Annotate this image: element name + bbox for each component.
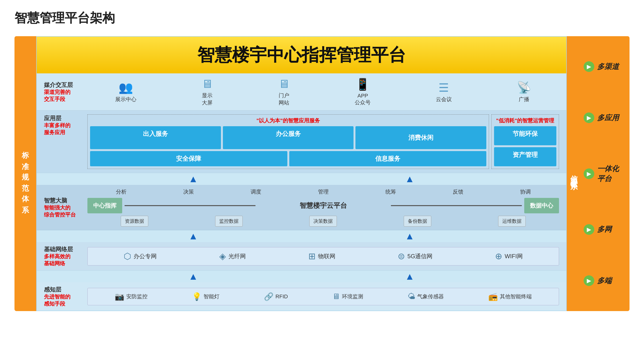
brain-data-ops: 运维数据 xyxy=(498,216,526,227)
arrow-row-2: ▲ ▲ xyxy=(37,230,566,242)
network-label-title: 基础网络层 xyxy=(44,245,82,253)
low-consumption-section: "低消耗"的智慧运营管理 节能环保 资产管理 xyxy=(492,114,559,169)
brain-cloud-label: 智慧楼宇云平台 xyxy=(258,201,389,210)
right-item-multinet: ▶ 多网 xyxy=(584,224,627,235)
right-vert-label: 信息安全体系 xyxy=(567,36,581,311)
brain-layer: 智慧大脑 智能强大的 综合管控平台 分析 决策 调度 管理 统筹 反馈 协调 中… xyxy=(37,185,566,230)
app-label-title: 应用层 xyxy=(44,114,82,122)
multiapp-label: 多应用 xyxy=(597,113,619,123)
app-label: APP公众号 xyxy=(355,93,371,106)
multinet-icon: ▶ xyxy=(584,224,594,235)
sensor-label-sub: 先进智能的 感知手段 xyxy=(44,294,82,307)
app-btn-row1: 出入服务 办公服务 消费休闲 xyxy=(90,126,486,149)
multiend-icon: ▶ xyxy=(584,275,594,286)
fiber-label: 光纤网 xyxy=(228,252,246,260)
human-centric-title: "以人为本"的智慧应用服务 xyxy=(90,117,486,124)
brain-item-sync: 协调 xyxy=(520,188,531,195)
brain-line-left xyxy=(124,205,256,206)
portal-icon: 🖥 xyxy=(278,77,290,90)
brain-center-content: 分析 决策 调度 管理 统筹 反馈 协调 中心指挥 智慧楼宇云平台 数据中心 xyxy=(88,188,559,227)
multichannel-icon: ▶ xyxy=(584,61,594,72)
fiber-icon: ◈ xyxy=(219,251,226,261)
multinet-label: 多网 xyxy=(597,224,612,234)
app-content: "以人为本"的智慧应用服务 出入服务 办公服务 消费休闲 安全保障 信息服务 xyxy=(88,114,559,169)
network-wifi: ⊕ WIFI网 xyxy=(495,251,523,261)
up-arrow-3-left: ▲ xyxy=(188,271,198,282)
app-layer: 应用层 丰富多样的 服务应用 "以人为本"的智慧应用服务 出入服务 办公服务 消… xyxy=(37,110,566,173)
network-layer-label: 基础网络层 多样高效的 基础网络 xyxy=(44,245,82,267)
portal-label: 门户网站 xyxy=(279,92,289,106)
btn-info-service: 信息服务 xyxy=(289,151,486,166)
integrated-label: 一体化平台 xyxy=(597,164,619,184)
right-sidebar-wrapper: 信息安全体系 ▶ 多渠道 ▶ 多应用 ▶ 一体化平台 ▶ 多网 ▶ 多端 xyxy=(567,36,630,311)
btn-energy: 节能环保 xyxy=(494,126,556,145)
media-item-portal: 🖥 门户网站 xyxy=(278,77,290,106)
terminal-icon: 📻 xyxy=(488,292,498,301)
env-icon: 🖥 xyxy=(332,292,340,301)
media-item-broadcast: 📡 广播 xyxy=(517,81,531,103)
up-arrow-right: ▲ xyxy=(405,174,414,184)
brain-item-coordinate: 统筹 xyxy=(386,188,396,195)
right-item-multiapp: ▶ 多应用 xyxy=(584,112,627,123)
btn-leisure: 消费休闲 xyxy=(356,126,486,149)
sensor-label-title: 感知层 xyxy=(44,286,82,294)
brain-data-backup: 备份数据 xyxy=(404,216,431,227)
arrow-row-3: ▲ ▲ xyxy=(37,271,566,282)
brain-layer-label: 智慧大脑 智能强大的 综合管控平台 xyxy=(44,197,82,218)
media-item-app: 📱 APP公众号 xyxy=(355,78,371,106)
media-item-meeting: ☰ 云会议 xyxy=(436,81,452,103)
sensor-env: 🖥 环境监测 xyxy=(332,292,363,301)
btn-office-service: 办公服务 xyxy=(223,126,354,149)
up-arrow-2-left: ▲ xyxy=(188,231,198,242)
right-sidebar-vert-text: 信息安全体系 xyxy=(569,169,579,178)
display-label: 显示大屏 xyxy=(202,92,212,106)
network-iot: ⊞ 物联网 xyxy=(308,251,336,261)
sensor-layer-label: 感知层 先进智能的 感知手段 xyxy=(44,286,82,307)
brain-data-decision: 决策数据 xyxy=(309,216,337,227)
5g-label: 5G通信网 xyxy=(407,252,432,260)
media-items: 👥 展示中心 🖥 显示大屏 🖥 门户网站 📱 APP公众号 xyxy=(88,77,559,106)
brain-item-feedback: 反馈 xyxy=(453,188,464,195)
terminal-label: 其他智能终端 xyxy=(500,293,532,300)
brain-item-analysis: 分析 xyxy=(116,188,126,195)
brain-label-sub: 智能强大的 综合管控平台 xyxy=(44,204,82,218)
brain-label-title: 智慧大脑 xyxy=(44,197,82,204)
5g-icon: ⊜ xyxy=(398,251,405,261)
right-item-integrated: ▶ 一体化平台 xyxy=(584,164,627,184)
office-network-icon: ⬡ xyxy=(124,251,131,261)
display-icon: 🖥 xyxy=(202,77,213,90)
office-network-label: 办公专网 xyxy=(134,252,157,260)
media-label-title: 媒介交互层 xyxy=(44,81,82,89)
cctv-icon: 📷 xyxy=(115,292,124,301)
up-arrow-3-right: ▲ xyxy=(405,271,414,282)
brain-top-row: 分析 决策 调度 管理 统筹 反馈 协调 xyxy=(88,188,559,195)
rfid-icon: 🔗 xyxy=(264,292,274,301)
media-item-exhibit: 👥 展示中心 xyxy=(115,81,136,103)
network-items: ⬡ 办公专网 ◈ 光纤网 ⊞ 物联网 ⊜ 5G通信网 ⊕ WIFI网 xyxy=(88,247,559,266)
center-content: 智慧楼宇中心指挥管理平台 媒介交互层 渠道完善的 交互手段 👥 展示中心 🖥 显… xyxy=(36,36,567,311)
network-label-sub: 多样高效的 基础网络 xyxy=(44,253,82,267)
media-label-sub: 渠道完善的 交互手段 xyxy=(44,89,82,103)
multiapp-icon: ▶ xyxy=(584,112,594,123)
exhibit-label: 展示中心 xyxy=(115,96,136,103)
right-sidebar-items: ▶ 多渠道 ▶ 多应用 ▶ 一体化平台 ▶ 多网 ▶ 多端 xyxy=(581,36,630,311)
app-btn-row2: 安全保障 信息服务 xyxy=(90,151,486,166)
brain-item-decision: 决策 xyxy=(183,188,194,195)
light-label: 智能灯 xyxy=(204,293,220,300)
cctv-label: 安防监控 xyxy=(126,293,148,300)
brain-line-right xyxy=(391,205,522,206)
right-item-multiend: ▶ 多端 xyxy=(584,275,627,286)
wifi-icon: ⊕ xyxy=(495,251,502,261)
btn-security: 安全保障 xyxy=(90,151,287,166)
brain-item-manage: 管理 xyxy=(318,188,329,195)
btn-asset: 资产管理 xyxy=(494,147,556,166)
multiend-label: 多端 xyxy=(597,276,612,286)
env-label: 环境监测 xyxy=(342,293,363,300)
weather-label: 气象传感器 xyxy=(417,293,444,300)
page-title: 智慧管理平台架构 xyxy=(14,10,630,26)
media-item-display: 🖥 显示大屏 xyxy=(202,77,213,106)
main-wrapper: 标,准,规,范,体,系 智慧楼宇中心指挥管理平台 媒介交互层 渠道完善的 交互手… xyxy=(14,36,630,311)
network-fiber: ◈ 光纤网 xyxy=(219,251,246,261)
multichannel-label: 多渠道 xyxy=(597,62,619,72)
iot-label: 物联网 xyxy=(318,252,336,260)
